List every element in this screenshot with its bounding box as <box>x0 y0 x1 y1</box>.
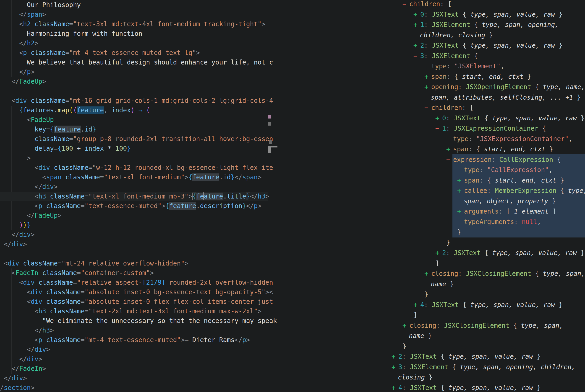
code-line[interactable]: </p> <box>0 67 277 77</box>
code-line[interactable] <box>0 86 277 96</box>
expand-icon[interactable]: + <box>424 268 431 279</box>
ast-node-row[interactable]: +span: { start, end, ctxt } <box>278 144 585 154</box>
collapse-icon[interactable]: − <box>413 51 420 61</box>
code-line[interactable]: </FadeUp> <box>0 211 277 220</box>
ast-node-row[interactable]: +2: JSXText { type, span, value, raw } <box>278 40 585 51</box>
ast-node-row[interactable]: +0: JSXText { type, span, value, raw } <box>278 113 585 124</box>
expand-icon[interactable]: + <box>413 40 420 51</box>
code-line[interactable]: </div> <box>0 374 277 383</box>
collapse-icon[interactable]: − <box>424 102 431 113</box>
code-line[interactable]: <div className="w-12 h-12 rounded-xl bg-… <box>0 163 277 172</box>
ast-node-row[interactable]: +closing: JSXClosingElement { type, span… <box>278 320 585 331</box>
ast-row[interactable]: children, closing } <box>278 30 585 40</box>
code-line[interactable]: <div className="mt-16 grid grid-cols-1 m… <box>0 96 277 106</box>
ast-node-row[interactable]: +1: JSXElement { type, span, opening, <box>278 20 585 30</box>
code-line[interactable]: </FadeUp> <box>0 77 277 86</box>
ast-row[interactable]: span, object, property } <box>278 196 585 206</box>
code-line[interactable]: {features.map((feature, index) ⇒ ( <box>0 106 277 115</box>
code-line[interactable]: </div> <box>0 240 277 249</box>
expand-icon[interactable]: + <box>392 362 398 372</box>
ast-row[interactable]: type: "CallExpression", <box>278 165 585 175</box>
ast-node-row[interactable]: +callee: MemberExpression { type, <box>278 186 585 196</box>
ast-node-row[interactable]: +arguments: [ 1 element ] <box>278 206 585 217</box>
code-line[interactable]: <div className="mt-24 relative overflow-… <box>0 259 277 268</box>
ast-node-row[interactable]: −expression: CallExpression { <box>278 154 585 165</box>
ast-panel[interactable]: −children: [+0: JSXText { type, span, va… <box>278 0 585 392</box>
expand-icon[interactable]: + <box>424 72 431 82</box>
ast-row[interactable]: span, attributes, selfClosing, ... +1 } <box>278 92 585 103</box>
collapse-icon[interactable]: − <box>446 154 453 165</box>
expand-icon[interactable]: + <box>392 383 398 392</box>
expand-icon[interactable]: + <box>457 206 464 217</box>
ast-node-row[interactable]: −1: JSXExpressionContainer { <box>278 123 585 134</box>
code-line[interactable]: </h2> <box>0 38 277 48</box>
code-line-current[interactable]: <h3 className="text-xl font-medium mb-3"… <box>0 192 268 201</box>
code-line[interactable]: key={feature.id} <box>0 125 277 134</box>
code-line[interactable]: "We eliminate the unnecessary so that th… <box>0 316 277 326</box>
ast-node-row[interactable]: +span: { start, end, ctxt } <box>278 72 585 82</box>
code-line[interactable]: </div> <box>0 230 277 240</box>
collapse-icon[interactable]: − <box>435 123 442 134</box>
ast-row[interactable]: } <box>278 289 585 300</box>
code-line[interactable]: <div className="absolute inset-0 bg-esse… <box>0 288 277 297</box>
code-line[interactable]: <p className="text-essence-muted">{featu… <box>0 201 277 211</box>
code-line[interactable]: <div className="absolute inset-0 flex fl… <box>0 297 277 306</box>
ast-row[interactable]: } <box>278 227 585 238</box>
code-line[interactable]: </FadeIn> <box>0 364 277 374</box>
ast-row[interactable]: closing } <box>278 372 585 383</box>
code-line[interactable]: Our Philosophy <box>0 0 277 10</box>
code-line[interactable]: </div> <box>0 182 277 192</box>
ast-row[interactable]: ] <box>278 258 585 269</box>
ast-row[interactable]: } <box>278 341 585 352</box>
code-line[interactable]: <p className="mt-4 text-essence-muted te… <box>0 48 277 58</box>
expand-icon[interactable]: + <box>457 186 464 196</box>
expand-icon[interactable]: + <box>413 300 420 310</box>
code-line[interactable]: </div> <box>0 354 277 364</box>
code-line[interactable]: > <box>0 154 277 163</box>
code-line[interactable]: </div> <box>0 345 277 354</box>
code-editor[interactable]: Our Philosophy </span> <h2 className="te… <box>0 0 278 392</box>
code-line[interactable] <box>0 249 277 259</box>
expand-icon[interactable]: + <box>413 20 420 30</box>
code-line[interactable]: </section> <box>0 383 277 392</box>
code-line[interactable]: delay={100 + index * 100} <box>0 144 277 154</box>
code-line[interactable]: className="group p-8 rounded-2xl transit… <box>0 134 277 144</box>
code-line[interactable]: <h2 className="text-3xl md:text-4xl font… <box>0 19 277 29</box>
ast-row[interactable]: typeArguments: null, <box>278 217 585 227</box>
expand-icon[interactable]: + <box>413 9 420 20</box>
expand-icon[interactable]: + <box>435 113 442 124</box>
expand-icon[interactable]: + <box>392 352 398 362</box>
ast-node-row[interactable]: +closing: JSXClosingElement { type, span… <box>278 268 585 279</box>
expand-icon[interactable]: + <box>446 144 453 154</box>
code-line[interactable]: Harmonizing form with function <box>0 29 277 38</box>
collapse-icon[interactable]: − <box>403 0 409 9</box>
ast-node-row[interactable]: +2: JSXText { type, span, value, raw } <box>278 248 585 258</box>
ast-node-row[interactable]: +0: JSXText { type, span, value, raw } <box>278 9 585 20</box>
expand-icon[interactable]: + <box>457 175 464 186</box>
expand-icon[interactable]: + <box>424 82 431 92</box>
ast-node-row[interactable]: +opening: JSXOpeningElement { type, name… <box>278 82 585 92</box>
ast-node-row[interactable]: +3: JSXElement { type, span, opening, ch… <box>278 362 585 372</box>
code-line[interactable]: <FadeUp <box>0 115 277 125</box>
ast-row[interactable]: name } <box>278 279 585 290</box>
code-line[interactable]: <FadeIn className="container-custom"> <box>0 268 277 278</box>
ast-node-row[interactable]: −children: [ <box>278 0 585 9</box>
code-line[interactable]: <h3 className="text-2xl md:text-3xl font… <box>0 306 277 316</box>
expand-icon[interactable]: + <box>435 248 442 258</box>
ast-row[interactable]: ] <box>278 310 585 320</box>
ast-node-row[interactable]: +4: JSXText { type, span, value, raw } <box>278 383 585 392</box>
ast-row[interactable]: } <box>278 238 585 248</box>
ast-node-row[interactable]: +2: JSXText { type, span, value, raw } <box>278 352 585 362</box>
code-line[interactable]: We believe that beautiful design should … <box>0 58 277 67</box>
ast-row[interactable]: name } <box>278 331 585 341</box>
ast-node-row[interactable]: −3: JSXElement { <box>278 51 585 61</box>
ast-node-row[interactable]: +span: { start, end, ctxt } <box>278 175 585 186</box>
code-line[interactable]: <div className="relative aspect-[21/9] r… <box>0 278 277 288</box>
ast-node-row[interactable]: −children: [ <box>278 102 585 113</box>
code-line[interactable]: </h3> <box>0 326 277 335</box>
code-line[interactable]: ))} <box>0 220 277 230</box>
code-line[interactable]: <p className="mt-4 text-essence-muted">—… <box>0 335 277 345</box>
ast-node-row[interactable]: +4: JSXText { type, span, value, raw } <box>278 300 585 310</box>
code-line[interactable]: <span className="text-xl font-medium">{f… <box>0 172 277 182</box>
ast-row[interactable]: type: "JSXElement", <box>278 61 585 72</box>
